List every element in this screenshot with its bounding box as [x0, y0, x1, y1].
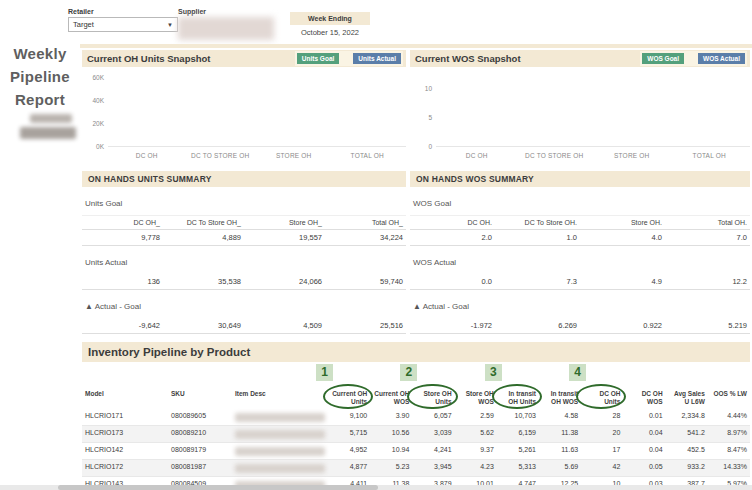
table-row[interactable]: HLCRIO1730800892105,71510.563,0395.626,1… [82, 426, 750, 443]
cell-value[interactable]: 452.5 [666, 443, 708, 459]
cell-value[interactable]: 4,241 [412, 443, 454, 459]
summary-value-cell[interactable]: 4,889 [163, 230, 244, 246]
summary-value-cell[interactable]: 12.2 [665, 274, 750, 290]
cell-value[interactable]: 10.56 [370, 426, 412, 442]
pipeline-column-header[interactable]: DC OH WOS [623, 389, 665, 409]
table-row[interactable]: HLCRIO1710800896059,1003.906,0572.5910,7… [82, 409, 750, 426]
cell-value[interactable]: 3.90 [370, 409, 412, 425]
pipeline-column-header[interactable]: Store OH WOS [455, 389, 497, 409]
cell-value[interactable]: 3,039 [412, 426, 454, 442]
table-row[interactable]: HLCRIO1720800819874,8775.233,9454.235,31… [82, 460, 750, 477]
cell-value[interactable]: 5,313 [497, 460, 539, 476]
pipeline-column-header[interactable]: Model [82, 389, 168, 409]
cell-model[interactable]: HLCRIO173 [82, 426, 168, 442]
summary-value-cell[interactable]: 59,740 [325, 274, 406, 290]
cell-value[interactable]: 4.44% [708, 409, 750, 425]
horizontal-scrollbar-thumb[interactable] [58, 485, 378, 490]
summary-column-header[interactable]: DC OH. [410, 215, 495, 230]
cell-value[interactable]: 5.69 [539, 460, 581, 476]
cell-model[interactable]: HLCRIO142 [82, 443, 168, 459]
summary-value-cell[interactable]: 0.0 [410, 274, 495, 290]
cell-value[interactable]: 933.2 [666, 460, 708, 476]
pipeline-column-header[interactable]: In transit OH WOS [539, 389, 581, 409]
cell-value[interactable]: 2.59 [455, 409, 497, 425]
redacted-supplier-value[interactable] [178, 17, 274, 40]
pipeline-column-header[interactable]: Item Desc [232, 389, 328, 409]
cell-value[interactable]: 4,877 [328, 460, 370, 476]
cell-value[interactable]: 10,703 [497, 409, 539, 425]
horizontal-scrollbar[interactable] [0, 485, 752, 490]
cell-value[interactable]: 5.23 [370, 460, 412, 476]
cell-item-desc[interactable] [232, 409, 328, 425]
summary-value-cell[interactable]: 24,066 [244, 274, 325, 290]
summary-value-cell[interactable]: 7.0 [665, 230, 750, 246]
cell-item-desc[interactable] [232, 443, 328, 459]
summary-column-header[interactable]: Total OH. [665, 215, 750, 230]
summary-column-header[interactable]: Total OH_ [325, 215, 406, 230]
summary-column-header[interactable]: DC To Store OH. [495, 215, 580, 230]
summary-value-cell[interactable]: 19,557 [244, 230, 325, 246]
cell-value[interactable]: 10.94 [370, 443, 412, 459]
summary-column-header[interactable]: Store OH. [580, 215, 665, 230]
summary-column-header[interactable]: DC To Store OH_ [163, 215, 244, 230]
cell-value[interactable]: 0.04 [623, 426, 665, 442]
cell-item-desc[interactable] [232, 460, 328, 476]
cell-value[interactable]: 28 [581, 409, 623, 425]
pipeline-column-header[interactable]: OOS % LW [708, 389, 750, 409]
cell-value[interactable]: 11.38 [539, 426, 581, 442]
cell-value[interactable]: 4.23 [455, 460, 497, 476]
cell-sku[interactable]: 080081987 [168, 460, 232, 476]
cell-sku[interactable]: 080089605 [168, 409, 232, 425]
cell-value[interactable]: 9,100 [328, 409, 370, 425]
cell-value[interactable]: 42 [581, 460, 623, 476]
pipeline-column-header[interactable]: Current OH WOS [370, 389, 412, 409]
cell-value[interactable]: 5,715 [328, 426, 370, 442]
cell-model[interactable]: HLCRIO172 [82, 460, 168, 476]
legend-pill-units-goal[interactable]: Units Goal [297, 53, 340, 64]
pipeline-column-header[interactable]: Current OH Units1 [328, 389, 370, 409]
cell-value[interactable]: 6,159 [497, 426, 539, 442]
summary-value-cell[interactable]: 9,778 [82, 230, 163, 246]
summary-value-cell[interactable]: 7.3 [495, 274, 580, 290]
summary-value-cell[interactable]: -1.972 [410, 318, 495, 334]
cell-model[interactable]: HLCRIO171 [82, 409, 168, 425]
table-row[interactable]: HLCRIO1420800891794,95210.944,2419.375,2… [82, 443, 750, 460]
cell-value[interactable]: 3,945 [412, 460, 454, 476]
legend-pill-wos-goal[interactable]: WOS Goal [642, 53, 684, 64]
cell-value[interactable]: 0.01 [623, 409, 665, 425]
summary-value-cell[interactable]: -9,642 [82, 318, 163, 334]
cell-value[interactable]: 5.62 [455, 426, 497, 442]
summary-value-cell[interactable]: 35,538 [163, 274, 244, 290]
cell-value[interactable]: 8.97% [708, 426, 750, 442]
summary-value-cell[interactable]: 4.9 [580, 274, 665, 290]
summary-value-cell[interactable]: 4,509 [244, 318, 325, 334]
cell-value[interactable]: 17 [581, 443, 623, 459]
pipeline-column-header[interactable]: Avg Sales U L6W [666, 389, 708, 409]
pipeline-column-header[interactable]: Store OH Units2 [412, 389, 454, 409]
cell-sku[interactable]: 080089179 [168, 443, 232, 459]
summary-value-cell[interactable]: 136 [82, 274, 163, 290]
cell-item-desc[interactable] [232, 426, 328, 442]
cell-value[interactable]: 11.63 [539, 443, 581, 459]
cell-value[interactable]: 8.47% [708, 443, 750, 459]
summary-value-cell[interactable]: 25,516 [325, 318, 406, 334]
summary-value-cell[interactable]: 2.0 [410, 230, 495, 246]
cell-value[interactable]: 0.04 [623, 443, 665, 459]
summary-value-cell[interactable]: 34,224 [325, 230, 406, 246]
pipeline-column-header[interactable]: DC OH Units4 [581, 389, 623, 409]
cell-value[interactable]: 6,057 [412, 409, 454, 425]
cell-sku[interactable]: 080089210 [168, 426, 232, 442]
cell-value[interactable]: 14.33% [708, 460, 750, 476]
cell-value[interactable]: 4,952 [328, 443, 370, 459]
summary-column-header[interactable]: Store OH_ [244, 215, 325, 230]
summary-column-header[interactable]: DC OH_ [82, 215, 163, 230]
cell-value[interactable]: 20 [581, 426, 623, 442]
cell-value[interactable]: 5,261 [497, 443, 539, 459]
legend-pill-wos-actual[interactable]: WOS Actual [698, 53, 745, 64]
summary-value-cell[interactable]: 1.0 [495, 230, 580, 246]
cell-value[interactable]: 4.58 [539, 409, 581, 425]
pipeline-column-header[interactable]: SKU [168, 389, 232, 409]
cell-value[interactable]: 9.37 [455, 443, 497, 459]
cell-value[interactable]: 2,334.8 [666, 409, 708, 425]
pipeline-column-header[interactable]: In transit OH Units3 [497, 389, 539, 409]
